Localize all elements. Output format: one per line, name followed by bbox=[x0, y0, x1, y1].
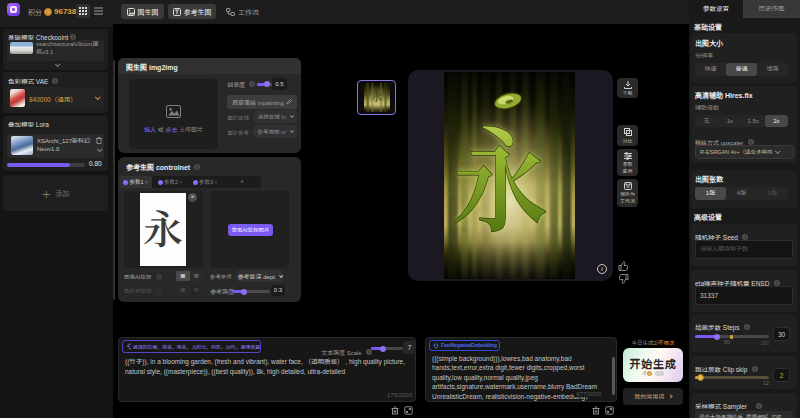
svg-text:永: 永 bbox=[452, 91, 548, 255]
svg-text:永: 永 bbox=[371, 87, 383, 104]
